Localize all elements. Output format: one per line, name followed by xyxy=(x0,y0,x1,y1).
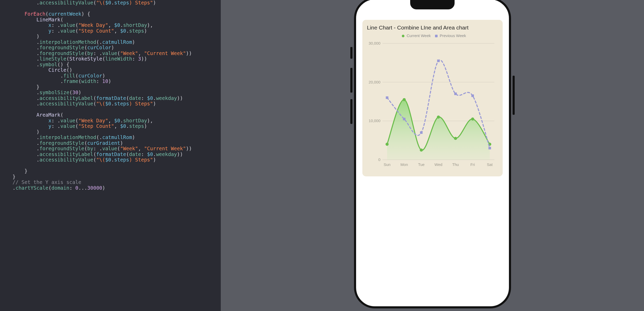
data-point-icon xyxy=(471,117,474,121)
code-line[interactable]: .foregroundStyle(curColor) xyxy=(13,45,221,51)
x-tick-label: Sun xyxy=(384,163,390,167)
code-line[interactable]: .accessibilityValue("\($0.steps) Steps") xyxy=(13,157,221,163)
code-line[interactable]: LineMark( xyxy=(13,17,221,23)
code-line[interactable]: .accessibilityLabel(formatDate(date: $0.… xyxy=(13,152,221,157)
code-line[interactable] xyxy=(13,6,221,11)
y-tick-label: 10,000 xyxy=(369,119,380,123)
code-line[interactable]: .foregroundStyle(by: .value("Week", "Cur… xyxy=(13,51,221,56)
code-line[interactable]: } xyxy=(13,84,221,90)
data-point-icon xyxy=(420,131,422,134)
code-line[interactable]: ) xyxy=(13,34,221,39)
y-tick-label: 30,000 xyxy=(369,41,380,45)
x-tick-label: Fri xyxy=(470,163,475,167)
legend-swatch-previous xyxy=(435,35,438,37)
device-button xyxy=(350,47,352,59)
legend-label-current: Current Week xyxy=(407,33,431,38)
chart-svg: 30,00020,00010,0000SunMonTueWedThuFriSat xyxy=(367,39,498,170)
x-tick-label: Mon xyxy=(400,163,408,167)
code-line[interactable]: .foregroundStyle(curGradient) xyxy=(13,140,221,146)
data-point-icon xyxy=(420,148,423,152)
code-line[interactable]: .frame(width: 10) xyxy=(13,79,221,84)
data-point-icon xyxy=(386,96,388,99)
code-line[interactable] xyxy=(13,107,221,112)
code-line[interactable]: x: .value("Week Day", $0.shortDay), xyxy=(13,118,221,124)
simulator-pane: Line Chart - Combine LIne and Area chart… xyxy=(221,0,644,311)
code-line[interactable]: .accessibilityValue("\($0.steps) Steps") xyxy=(13,101,221,107)
data-point-icon xyxy=(454,93,457,95)
code-line[interactable]: } xyxy=(13,174,221,180)
code-line[interactable]: .accessibilityLabel(formatDate(date: $0.… xyxy=(13,95,221,101)
code-line[interactable]: x: .value("Week Day", $0.shortDay), xyxy=(13,22,221,28)
data-point-icon xyxy=(471,94,474,97)
code-editor[interactable]: .accessibilityValue("\($0.steps) Steps")… xyxy=(0,0,221,311)
chart-legend: Current Week Previous Week xyxy=(367,33,498,38)
device-screen: Line Chart - Combine LIne and Area chart… xyxy=(358,2,507,304)
series-area xyxy=(387,100,490,160)
code-line[interactable]: .foregroundStyle(by: .value("Week", "Cur… xyxy=(13,146,221,152)
chart-title: Line Chart - Combine LIne and Area chart xyxy=(367,25,498,31)
legend-label-previous: Previous Week xyxy=(440,33,466,38)
data-point-icon xyxy=(437,59,440,62)
device-button xyxy=(513,76,515,115)
device-button xyxy=(350,68,352,93)
device-frame: Line Chart - Combine LIne and Area chart… xyxy=(354,0,511,308)
x-tick-label: Sat xyxy=(487,163,492,167)
code-line[interactable]: .symbolSize(30) xyxy=(13,90,221,95)
code-line[interactable]: Circle() xyxy=(13,67,221,73)
code-line[interactable]: .lineStyle(StrokeStyle(lineWidth: 3)) xyxy=(13,56,221,62)
data-point-icon xyxy=(385,143,388,146)
chart-card: Line Chart - Combine LIne and Area chart… xyxy=(362,20,503,176)
code-line[interactable]: .chartYScale(domain: 0...30000) xyxy=(13,185,221,191)
code-line[interactable]: AreaMark( xyxy=(13,112,221,118)
x-tick-label: Tue xyxy=(418,163,425,167)
code-line[interactable]: y: .value("Step Count", $0.steps) xyxy=(13,123,221,129)
code-line[interactable]: } xyxy=(13,168,221,174)
code-line[interactable]: .interpolationMethod(.catmullRom) xyxy=(13,39,221,45)
code-line[interactable]: ForEach(currentWeek) { xyxy=(13,11,221,17)
legend-swatch-current xyxy=(402,35,404,37)
data-point-icon xyxy=(403,118,405,120)
code-line[interactable]: .symbol() { xyxy=(13,62,221,68)
data-point-icon xyxy=(437,116,440,119)
y-tick-label: 0 xyxy=(378,158,380,162)
code-line[interactable]: .accessibilityValue("\($0.steps) Steps") xyxy=(13,0,221,6)
code-line[interactable]: ) xyxy=(13,129,221,135)
x-tick-label: Wed xyxy=(434,163,442,167)
x-tick-label: Thu xyxy=(452,163,459,167)
code-line[interactable]: .interpolationMethod(.catmullRom) xyxy=(13,135,221,140)
data-point-icon xyxy=(454,137,457,140)
data-point-icon xyxy=(488,147,491,149)
code-line[interactable]: .fill(curColor) xyxy=(13,73,221,79)
data-point-icon xyxy=(403,98,406,101)
code-line[interactable]: // Set the Y axis scale xyxy=(13,180,221,185)
code-line[interactable] xyxy=(13,163,221,169)
y-tick-label: 20,000 xyxy=(369,80,380,84)
device-button xyxy=(350,99,352,124)
chart-plot: 30,00020,00010,0000SunMonTueWedThuFriSat xyxy=(367,39,498,170)
code-line[interactable]: y: .value("Step Count", $0.steps) xyxy=(13,28,221,34)
